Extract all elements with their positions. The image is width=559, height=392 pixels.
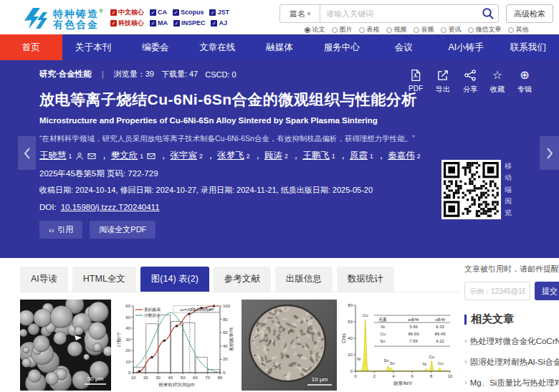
search-field-select[interactable]: 篇名▾ bbox=[280, 4, 320, 23]
svg-text:0: 0 bbox=[354, 374, 357, 378]
svg-text:30: 30 bbox=[156, 376, 161, 380]
author-link[interactable]: 张梦飞2 bbox=[217, 150, 264, 162]
read-fulltext-pdf-button[interactable]: 阅读全文PDF bbox=[90, 221, 156, 239]
svg-text:Sn: Sn bbox=[380, 339, 385, 343]
nav-about[interactable]: 关于本刊 bbox=[62, 34, 125, 60]
svg-text:8: 8 bbox=[430, 374, 433, 378]
tab-html-fulltext[interactable]: HTML全文 bbox=[72, 267, 136, 292]
tab-statistics[interactable]: 数据统计 bbox=[337, 267, 394, 292]
nav-service-center[interactable]: 服务中心 bbox=[310, 34, 373, 60]
checkbox-icon: ✓ bbox=[110, 20, 117, 27]
badge-ma: ✓MA bbox=[150, 18, 168, 29]
album-action[interactable]: ⊕ 专辑 bbox=[517, 69, 532, 95]
chevron-right-icon bbox=[546, 147, 553, 160]
person-icon[interactable] bbox=[75, 152, 84, 161]
badge-zhongwenhexin: ✓中文核心 bbox=[110, 7, 144, 18]
nav-editorial-board[interactable]: 编委会 bbox=[124, 34, 186, 60]
views-count: 浏览量：39 bbox=[114, 69, 154, 80]
mail-icon[interactable] bbox=[87, 152, 96, 161]
svg-text:粉末粒径区间/μm: 粉末粒径区间/μm bbox=[159, 382, 195, 388]
pdf-action[interactable]: PDF bbox=[408, 69, 423, 95]
radio-icon bbox=[359, 27, 365, 33]
svg-text:累积频率/%: 累积频率/% bbox=[229, 327, 234, 351]
nav-media[interactable]: 融媒体 bbox=[249, 34, 311, 60]
author-link[interactable]: 顾涛2 bbox=[264, 150, 302, 162]
nav-conference[interactable]: 会议 bbox=[373, 34, 435, 60]
site-logo[interactable]: 特种铸造® 有色合金 bbox=[22, 6, 103, 30]
email-field[interactable] bbox=[464, 282, 530, 300]
tab-references[interactable]: 参考文献 bbox=[214, 267, 271, 292]
nav-articles-online[interactable]: 文章在线 bbox=[186, 34, 249, 60]
radio-icon bbox=[386, 27, 392, 33]
author-link[interactable]: 樊文欣1 bbox=[111, 150, 171, 162]
scope-qita[interactable]: 其他 bbox=[508, 25, 529, 34]
mail-icon[interactable] bbox=[147, 152, 156, 161]
svg-text:86.69: 86.69 bbox=[408, 332, 419, 336]
scope-shipin[interactable]: 视频 bbox=[386, 25, 407, 34]
svg-text:80: 80 bbox=[348, 303, 353, 307]
carousel-next-button[interactable] bbox=[540, 136, 559, 170]
banner-buttons: ‹›引用 阅读全文PDF bbox=[39, 221, 559, 239]
article-category[interactable]: 研究·合金性能 bbox=[39, 69, 92, 80]
submit-button[interactable]: 提交 bbox=[535, 282, 559, 300]
doi-link[interactable]: 10.15980/j.tzzz.T20240411 bbox=[61, 203, 160, 211]
tab-strip: AI导读 HTML全文 图(14) 表(2) 参考文献 出版信息 数据统计 bbox=[20, 267, 459, 292]
svg-text:0: 0 bbox=[350, 369, 353, 373]
figure-eds-spectrum-thumbnail[interactable]: 0246810020406080能量/keVCntsNiCuSnSnNiCuCu… bbox=[341, 300, 459, 391]
related-articles-title: 相关文章 bbox=[471, 312, 514, 326]
related-article-link[interactable]: ›Mg、Si质量比与热处理对压铸Al... bbox=[464, 378, 559, 388]
scope-biaoge[interactable]: 表格 bbox=[359, 25, 380, 34]
tab-publication-info[interactable]: 出版信息 bbox=[275, 267, 333, 292]
export-icon bbox=[436, 69, 449, 82]
tab-figures-tables[interactable]: 图(14) 表(2) bbox=[140, 267, 209, 292]
author-link[interactable]: 王晓慧1 bbox=[39, 150, 111, 162]
cscd-count: CSCD: 0 bbox=[205, 70, 236, 79]
svg-text:10: 10 bbox=[131, 376, 136, 380]
radio-icon bbox=[441, 27, 446, 33]
share-action[interactable]: 分享 bbox=[463, 69, 477, 95]
nav-home[interactable]: 首页 bbox=[0, 34, 62, 60]
svg-text:Sn: Sn bbox=[383, 358, 388, 363]
scope-weixin[interactable]: 微信文章 bbox=[468, 25, 502, 34]
downloads-count: 下载量: 47 bbox=[161, 69, 198, 80]
author-link[interactable]: 原霞1 bbox=[350, 150, 388, 162]
svg-text:4.22: 4.22 bbox=[436, 339, 444, 343]
scope-zixun[interactable]: 资讯 bbox=[441, 25, 462, 34]
main-content: AI导读 HTML全文 图(14) 表(2) 参考文献 出版信息 数据统计 50… bbox=[0, 258, 559, 392]
svg-text:6.33: 6.33 bbox=[436, 325, 444, 329]
figure-sem-powder-thumbnail[interactable]: 50 μm bbox=[20, 300, 111, 391]
search-icon[interactable] bbox=[482, 7, 494, 20]
nav-ai-assistant[interactable]: AI小铸手 bbox=[435, 34, 497, 60]
related-article-link[interactable]: ›热处理对微合金化CoCrNiFe₂高... bbox=[464, 336, 559, 347]
figure-size-histogram-thumbnail[interactable]: 1020304050607080010203040506002040608010… bbox=[115, 300, 237, 391]
author-link[interactable]: 王鹏飞1 bbox=[302, 150, 350, 162]
tab-ai-digest[interactable]: AI导读 bbox=[20, 267, 68, 292]
svg-text:50 μm: 50 μm bbox=[87, 376, 104, 382]
export-action[interactable]: 导出 bbox=[436, 69, 450, 95]
svg-text:40: 40 bbox=[168, 376, 173, 380]
advanced-search-button[interactable]: 高级检索 bbox=[506, 4, 553, 23]
code-brackets-icon: ‹› bbox=[49, 226, 54, 234]
badge-inspec: ✓INSPEC bbox=[173, 18, 206, 29]
author-link[interactable]: 张宇宸2 bbox=[170, 150, 217, 162]
svg-text:60: 60 bbox=[223, 330, 228, 335]
svg-text:Cu: Cu bbox=[429, 355, 434, 359]
pdf-file-icon bbox=[409, 69, 422, 82]
carousel-prev-button[interactable] bbox=[18, 136, 36, 170]
svg-text:wB/%: wB/% bbox=[408, 317, 419, 322]
scope-yinpin[interactable]: 音频 bbox=[414, 25, 434, 34]
related-article-link[interactable]: ›固溶处理对耐热Al-Si合金组织及... bbox=[464, 357, 559, 368]
favorite-action[interactable]: ☆ 收藏 bbox=[490, 69, 505, 95]
svg-text:100: 100 bbox=[223, 304, 231, 308]
author-link[interactable]: 秦嘉伟2 bbox=[388, 150, 420, 162]
sidebar: 文章被引用时，请邮件提醒。 提交 相关文章 ›热处理对微合金化CoCrNiFe₂… bbox=[459, 258, 559, 392]
cite-button[interactable]: ‹›引用 bbox=[39, 221, 82, 239]
scope-tupian[interactable]: 图片 bbox=[332, 25, 353, 34]
scope-lunwen[interactable]: 论文 bbox=[305, 25, 325, 34]
figure-sem-particle-thumbnail[interactable]: 10 μm bbox=[242, 300, 337, 391]
mobile-qr-block: 移动端阅览 bbox=[441, 160, 512, 219]
nav-contact[interactable]: 联系我们 bbox=[497, 34, 559, 60]
svg-text:40: 40 bbox=[223, 344, 228, 348]
radio-icon bbox=[305, 27, 310, 33]
search-input[interactable] bbox=[320, 4, 499, 23]
